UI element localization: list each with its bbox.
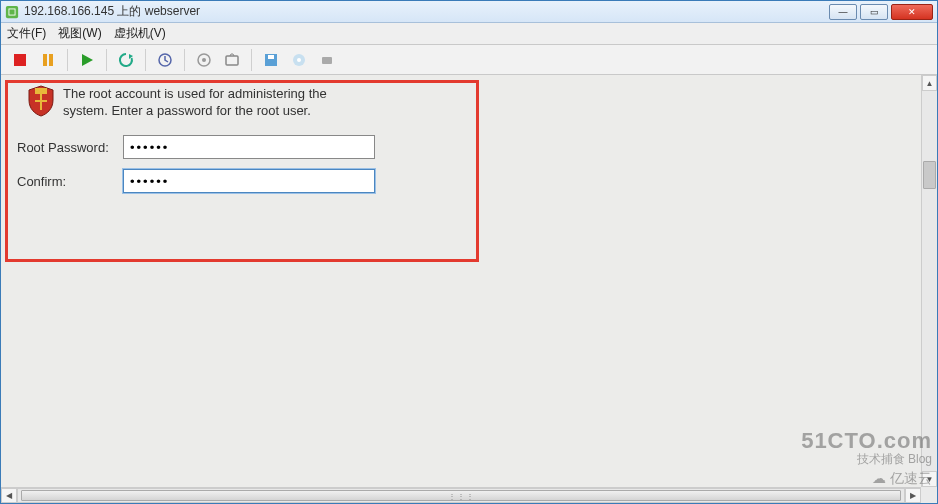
svg-rect-4 [43,54,47,66]
watermark-line2: 技术捕食 Blog [801,453,932,466]
hscroll-track[interactable]: ⋮⋮⋮ [17,488,905,503]
watermark-line3: ☁ 亿速云 [801,471,932,486]
floppy-icon[interactable] [258,48,284,72]
scroll-track[interactable] [922,91,937,471]
scroll-right-arrow[interactable]: ▶ [905,488,921,503]
svg-marker-6 [82,54,93,66]
menu-view[interactable]: 视图(W) [58,25,101,42]
device-icon[interactable] [314,48,340,72]
root-password-input[interactable] [123,135,375,159]
app-icon [5,5,19,19]
toolbar-separator [184,49,185,71]
snapshot-icon[interactable] [191,48,217,72]
refresh-button[interactable] [113,48,139,72]
svg-rect-11 [226,56,238,65]
window-titlebar: 192.168.166.145 上的 webserver — ▭ ✕ [1,1,937,23]
scrollbar-corner [921,487,937,503]
snapshot-clock-button[interactable] [152,48,178,72]
maximize-button[interactable]: ▭ [860,4,888,20]
scroll-up-arrow[interactable]: ▲ [922,75,937,91]
capture-icon[interactable] [219,48,245,72]
close-button[interactable]: ✕ [891,4,933,20]
svg-rect-2 [9,9,14,14]
toolbar [1,45,937,75]
toolbar-separator [251,49,252,71]
menu-file[interactable]: 文件(F) [7,25,46,42]
toolbar-separator [106,49,107,71]
shield-icon [27,85,55,117]
svg-point-10 [202,58,206,62]
pause-button[interactable] [35,48,61,72]
hscroll-thumb[interactable]: ⋮⋮⋮ [21,490,901,501]
vertical-scrollbar[interactable]: ▲ ▼ [921,75,937,487]
scroll-left-arrow[interactable]: ◀ [1,488,17,503]
play-button[interactable] [74,48,100,72]
horizontal-scrollbar[interactable]: ◀ ⋮⋮⋮ ▶ [1,487,921,503]
scroll-thumb[interactable] [923,161,936,189]
description-text: The root account is used for administeri… [63,85,373,119]
svg-point-15 [297,58,301,62]
confirm-input[interactable] [123,169,375,193]
svg-rect-5 [49,54,53,66]
window-title: 192.168.166.145 上的 webserver [24,3,829,20]
toolbar-separator [67,49,68,71]
svg-rect-13 [268,55,274,59]
cd-icon[interactable] [286,48,312,72]
guest-display[interactable]: The root account is used for administeri… [3,77,919,485]
watermark: 51CTO.com 技术捕食 Blog ☁ 亿速云 [801,429,932,486]
confirm-label: Confirm: [17,174,123,189]
menu-vm[interactable]: 虚拟机(V) [114,25,166,42]
svg-rect-16 [322,57,332,64]
stop-button[interactable] [7,48,33,72]
root-password-label: Root Password: [17,140,123,155]
toolbar-separator [145,49,146,71]
watermark-line1: 51CTO.com [801,429,932,453]
menu-bar: 文件(F) 视图(W) 虚拟机(V) [1,23,937,45]
svg-rect-17 [35,88,47,94]
svg-rect-3 [14,54,26,66]
minimize-button[interactable]: — [829,4,857,20]
